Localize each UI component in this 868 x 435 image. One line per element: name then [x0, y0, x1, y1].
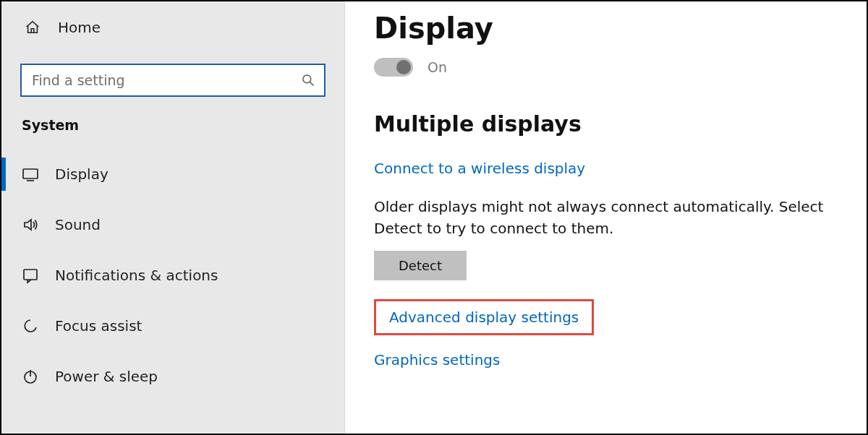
home-icon [25, 20, 41, 35]
toggle-state-label: On [427, 59, 447, 75]
detect-button[interactable]: Detect [374, 251, 467, 280]
highlight-annotation: Advanced display settings [374, 299, 594, 335]
search-icon [301, 73, 315, 87]
sidebar-item-label: Display [55, 165, 109, 183]
svg-point-0 [303, 75, 311, 83]
sidebar-item-sound[interactable]: Sound [1, 199, 344, 250]
sidebar-item-label: Sound [55, 216, 101, 233]
sidebar-item-label: Focus assist [55, 317, 142, 335]
graphics-settings-link[interactable]: Graphics settings [374, 351, 500, 369]
multiple-displays-heading: Multiple displays [374, 111, 838, 137]
display-icon [22, 165, 39, 183]
home-label: Home [58, 19, 101, 36]
svg-line-1 [310, 82, 314, 86]
notifications-icon [22, 267, 39, 284]
svg-rect-2 [23, 169, 38, 178]
search-input[interactable] [20, 64, 326, 97]
svg-rect-4 [24, 270, 37, 280]
page-title: Display [374, 12, 838, 45]
toggle-row: On [374, 58, 838, 77]
sidebar-item-notifications[interactable]: Notifications & actions [1, 250, 344, 301]
wireless-display-link[interactable]: Connect to a wireless display [374, 160, 585, 177]
advanced-display-settings-link[interactable]: Advanced display settings [389, 309, 579, 326]
settings-sidebar: Home System Display Sound [1, 1, 345, 434]
toggle-switch[interactable] [374, 58, 413, 77]
power-icon [22, 368, 39, 385]
older-displays-text: Older displays might not always connect … [374, 196, 838, 239]
sidebar-item-label: Notifications & actions [55, 267, 218, 284]
sound-icon [22, 216, 39, 233]
focus-assist-icon [22, 317, 39, 335]
sidebar-item-power-sleep[interactable]: Power & sleep [1, 351, 344, 402]
sidebar-item-label: Power & sleep [55, 368, 158, 385]
sidebar-item-focus-assist[interactable]: Focus assist [1, 301, 344, 351]
sidebar-item-display[interactable]: Display [1, 149, 344, 199]
category-heading: System [1, 116, 344, 149]
toggle-thumb [396, 60, 411, 74]
main-content: Display On Multiple displays Connect to … [345, 1, 867, 434]
search-container [20, 64, 326, 97]
home-nav[interactable]: Home [1, 6, 344, 49]
